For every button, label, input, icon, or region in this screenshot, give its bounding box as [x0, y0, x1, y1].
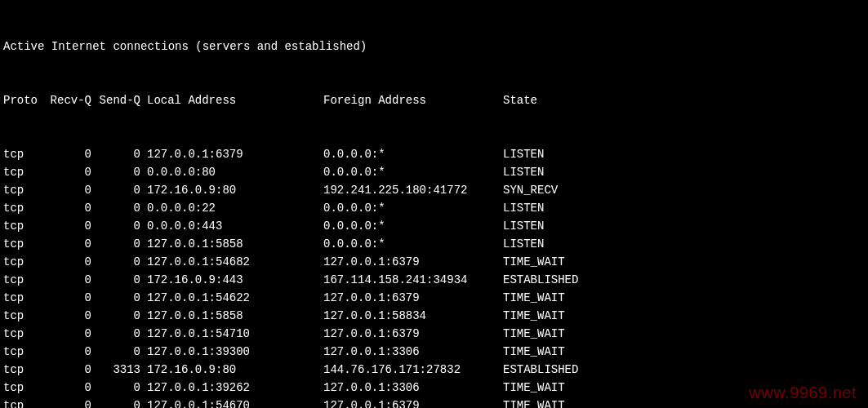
cell-foreign-address: 127.0.0.1:6379	[323, 289, 503, 307]
cell-foreign-address: 144.76.176.171:27832	[323, 361, 503, 379]
netstat-title: Active Internet connections (servers and…	[3, 38, 865, 55]
header-local-address: Local Address	[144, 91, 323, 109]
cell-local-address: 0.0.0.0:80	[144, 163, 323, 181]
cell-foreign-address: 0.0.0.0:*	[323, 199, 503, 217]
cell-foreign-address: 0.0.0.0:*	[323, 145, 503, 163]
cell-sendq: 0	[95, 397, 144, 408]
table-row: tcp000.0.0.0:800.0.0.0:*LISTEN	[3, 163, 865, 181]
cell-recvq: 0	[46, 343, 95, 361]
cell-recvq: 0	[46, 397, 95, 408]
cell-local-address: 127.0.0.1:54682	[144, 253, 323, 271]
cell-foreign-address: 0.0.0.0:*	[323, 217, 503, 235]
cell-local-address: 127.0.0.1:54622	[144, 289, 323, 307]
header-foreign-address: Foreign Address	[323, 91, 503, 109]
cell-recvq: 0	[46, 235, 95, 253]
header-recvq: Recv-Q	[46, 91, 95, 109]
cell-sendq: 0	[95, 145, 144, 163]
cell-sendq: 0	[95, 271, 144, 289]
cell-foreign-address: 127.0.0.1:6379	[323, 325, 503, 343]
cell-recvq: 0	[46, 253, 95, 271]
terminal-output: Active Internet connections (servers and…	[3, 2, 865, 408]
cell-foreign-address: 0.0.0.0:*	[323, 163, 503, 181]
cell-foreign-address: 127.0.0.1:3306	[323, 343, 503, 361]
cell-state: TIME_WAIT	[503, 307, 625, 325]
cell-proto: tcp	[3, 235, 46, 253]
header-proto: Proto	[3, 91, 46, 109]
cell-proto: tcp	[3, 199, 46, 217]
cell-foreign-address: 127.0.0.1:6379	[323, 253, 503, 271]
cell-sendq: 0	[95, 307, 144, 325]
cell-recvq: 0	[46, 361, 95, 379]
cell-proto: tcp	[3, 163, 46, 181]
table-row: tcp000.0.0.0:4430.0.0.0:*LISTEN	[3, 217, 865, 235]
table-row: tcp00127.0.0.1:54682127.0.0.1:6379TIME_W…	[3, 253, 865, 271]
cell-sendq: 0	[95, 379, 144, 397]
table-row: tcp00127.0.0.1:5858127.0.0.1:58834TIME_W…	[3, 307, 865, 325]
cell-state: SYN_RECV	[503, 181, 625, 199]
cell-proto: tcp	[3, 145, 46, 163]
cell-sendq: 0	[95, 325, 144, 343]
cell-sendq: 0	[95, 217, 144, 235]
cell-foreign-address: 127.0.0.1:6379	[323, 397, 503, 408]
cell-proto: tcp	[3, 271, 46, 289]
cell-local-address: 172.16.0.9:80	[144, 361, 323, 379]
table-row: tcp00127.0.0.1:63790.0.0.0:*LISTEN	[3, 145, 865, 163]
cell-proto: tcp	[3, 397, 46, 408]
cell-local-address: 127.0.0.1:39300	[144, 343, 323, 361]
cell-state: LISTEN	[503, 145, 625, 163]
cell-proto: tcp	[3, 307, 46, 325]
table-row: tcp00172.16.0.9:80192.241.225.180:41772S…	[3, 181, 865, 199]
cell-sendq: 0	[95, 343, 144, 361]
cell-local-address: 172.16.0.9:443	[144, 271, 323, 289]
cell-local-address: 127.0.0.1:6379	[144, 145, 323, 163]
cell-state: LISTEN	[503, 199, 625, 217]
cell-sendq: 0	[95, 181, 144, 199]
netstat-header-row: Proto Recv-Q Send-Q Local Address Foreig…	[3, 91, 865, 109]
cell-local-address: 127.0.0.1:5858	[144, 307, 323, 325]
table-row: tcp00127.0.0.1:54622127.0.0.1:6379TIME_W…	[3, 289, 865, 307]
cell-proto: tcp	[3, 181, 46, 199]
cell-recvq: 0	[46, 199, 95, 217]
cell-proto: tcp	[3, 325, 46, 343]
cell-recvq: 0	[46, 145, 95, 163]
cell-proto: tcp	[3, 361, 46, 379]
cell-recvq: 0	[46, 163, 95, 181]
cell-sendq: 0	[95, 289, 144, 307]
cell-foreign-address: 192.241.225.180:41772	[323, 181, 503, 199]
cell-state: TIME_WAIT	[503, 289, 625, 307]
cell-proto: tcp	[3, 379, 46, 397]
table-row: tcp00127.0.0.1:39300127.0.0.1:3306TIME_W…	[3, 343, 865, 361]
cell-local-address: 0.0.0.0:22	[144, 199, 323, 217]
cell-recvq: 0	[46, 217, 95, 235]
cell-local-address: 127.0.0.1:5858	[144, 235, 323, 253]
table-row: tcp00127.0.0.1:39262127.0.0.1:3306TIME_W…	[3, 379, 865, 397]
cell-sendq: 0	[95, 235, 144, 253]
cell-sendq: 0	[95, 253, 144, 271]
cell-state: LISTEN	[503, 235, 625, 253]
cell-state: LISTEN	[503, 217, 625, 235]
table-row: tcp00127.0.0.1:54670127.0.0.1:6379TIME_W…	[3, 397, 865, 408]
cell-proto: tcp	[3, 253, 46, 271]
netstat-rows: tcp00127.0.0.1:63790.0.0.0:*LISTENtcp000…	[3, 145, 865, 408]
cell-sendq: 0	[95, 199, 144, 217]
cell-local-address: 127.0.0.1:54710	[144, 325, 323, 343]
cell-local-address: 127.0.0.1:39262	[144, 379, 323, 397]
cell-recvq: 0	[46, 271, 95, 289]
table-row: tcp00127.0.0.1:54710127.0.0.1:6379TIME_W…	[3, 325, 865, 343]
cell-sendq: 0	[95, 163, 144, 181]
cell-state: TIME_WAIT	[503, 325, 625, 343]
cell-proto: tcp	[3, 343, 46, 361]
table-row: tcp03313172.16.0.9:80144.76.176.171:2783…	[3, 361, 865, 379]
cell-recvq: 0	[46, 307, 95, 325]
cell-state: TIME_WAIT	[503, 343, 625, 361]
cell-foreign-address: 127.0.0.1:58834	[323, 307, 503, 325]
cell-proto: tcp	[3, 217, 46, 235]
header-sendq: Send-Q	[95, 91, 144, 109]
cell-recvq: 0	[46, 379, 95, 397]
cell-state: TIME_WAIT	[503, 379, 625, 397]
cell-recvq: 0	[46, 289, 95, 307]
cell-state: ESTABLISHED	[503, 271, 625, 289]
table-row: tcp000.0.0.0:220.0.0.0:*LISTEN	[3, 199, 865, 217]
cell-foreign-address: 0.0.0.0:*	[323, 235, 503, 253]
cell-local-address: 0.0.0.0:443	[144, 217, 323, 235]
